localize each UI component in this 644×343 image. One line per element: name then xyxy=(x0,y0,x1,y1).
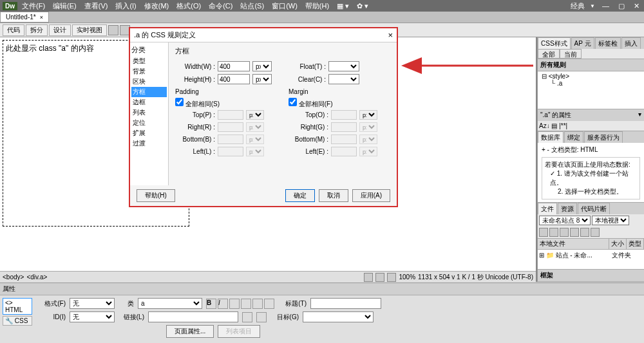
code-view-button[interactable]: 代码 xyxy=(3,24,24,36)
sync-icon[interactable] xyxy=(580,228,589,237)
clear-select[interactable] xyxy=(328,74,359,84)
tree-root[interactable]: ⊟ <style> xyxy=(542,73,640,80)
cat-positioning[interactable]: 定位 xyxy=(131,118,167,128)
split-view-button[interactable]: 拆分 xyxy=(26,24,48,36)
ul-icon[interactable] xyxy=(229,299,240,309)
zoom-icon[interactable] xyxy=(387,273,396,282)
menu-file[interactable]: 文件(F) xyxy=(19,1,48,11)
menu-view[interactable]: 查看(V) xyxy=(81,1,111,11)
indent-icon[interactable] xyxy=(264,299,274,309)
refresh-icon[interactable] xyxy=(549,228,558,237)
cancel-button[interactable]: 取消 xyxy=(319,189,348,202)
menu-window[interactable]: 窗口(W) xyxy=(269,1,301,11)
connect-icon[interactable] xyxy=(539,228,548,237)
format-select[interactable]: 无 xyxy=(70,298,115,309)
tab-snippets[interactable]: 代码片断 xyxy=(578,203,610,214)
get-icon[interactable] xyxy=(560,228,569,237)
dialog-close-button[interactable]: × xyxy=(388,30,393,40)
margin-top-input[interactable] xyxy=(331,110,357,120)
cat-box[interactable]: 方框 xyxy=(131,87,167,97)
width-unit[interactable]: px xyxy=(252,61,272,71)
cat-extensions[interactable]: 扩展 xyxy=(131,128,167,138)
design-view-button[interactable]: 设计 xyxy=(49,24,71,36)
menu-edit[interactable]: 编辑(E) xyxy=(50,1,80,11)
padding-same-all-checkbox[interactable] xyxy=(175,98,184,106)
apply-button[interactable]: 应用(A) xyxy=(352,189,390,202)
browse-folder-icon[interactable] xyxy=(256,312,267,322)
menu-site[interactable]: 站点(S) xyxy=(237,1,267,11)
tab-database[interactable]: 数据库 xyxy=(538,131,564,143)
height-input[interactable] xyxy=(218,74,250,84)
close-tab-icon[interactable]: × xyxy=(40,14,43,21)
props-css-mode[interactable]: 🔧 CSS xyxy=(3,316,32,326)
italic-icon[interactable]: I xyxy=(218,299,228,309)
menu-insert[interactable]: 插入(I) xyxy=(112,1,139,11)
tab-files[interactable]: 文件 xyxy=(538,203,557,214)
cat-border[interactable]: 边框 xyxy=(131,97,167,107)
frame-panel-header[interactable]: 框架 xyxy=(538,270,644,282)
props-html-mode[interactable]: <> HTML xyxy=(3,298,32,315)
subtab-current[interactable]: 当前 xyxy=(560,49,582,59)
ol-icon[interactable] xyxy=(241,299,251,309)
menu-format[interactable]: 格式(O) xyxy=(173,1,204,11)
padding-top-unit[interactable]: px xyxy=(246,110,264,120)
files-tree[interactable]: ⊞ 📁 站点 - 未命... 文件夹 xyxy=(538,250,644,269)
outdent-icon[interactable] xyxy=(252,299,263,309)
title-input[interactable] xyxy=(310,298,381,309)
subtab-all[interactable]: 全部 xyxy=(538,49,560,59)
margin-top-unit[interactable]: px xyxy=(359,110,377,120)
close-button[interactable]: ✕ xyxy=(632,2,641,10)
breadcrumb-body[interactable]: <body> xyxy=(3,273,24,281)
menu-command[interactable]: 命令(C) xyxy=(205,1,236,11)
breadcrumb-div[interactable]: <div.a> xyxy=(26,273,47,281)
document-tab[interactable]: Untitled-1* × xyxy=(0,12,49,23)
put-icon[interactable] xyxy=(570,228,579,237)
col-type[interactable]: 类型 xyxy=(627,239,644,249)
cat-list[interactable]: 列表 xyxy=(131,107,167,118)
tab-tag-inspector[interactable]: 标签检 xyxy=(595,37,621,49)
workspace-switcher[interactable]: 经典 xyxy=(571,1,585,11)
view-dropdown[interactable]: 本地视图 xyxy=(592,216,629,225)
margin-same-all-checkbox[interactable] xyxy=(289,98,297,106)
tab-css-styles[interactable]: CSS样式 xyxy=(538,37,571,49)
attr-toolbar[interactable]: Az↓ ▤ |**| xyxy=(538,121,644,131)
padding-top-input[interactable] xyxy=(218,110,243,120)
expand-icon[interactable] xyxy=(591,228,600,237)
class-select[interactable]: a xyxy=(138,298,202,309)
float-select[interactable] xyxy=(328,61,359,71)
id-select[interactable]: 无 xyxy=(70,311,115,322)
tab-insert[interactable]: 插入 xyxy=(621,37,641,49)
pointer-icon[interactable] xyxy=(364,273,373,282)
tab-assets[interactable]: 资源 xyxy=(558,203,577,214)
menu-modify[interactable]: 修改(M) xyxy=(141,1,173,11)
menu-help[interactable]: 帮助(H) xyxy=(302,1,332,11)
width-input[interactable] xyxy=(218,61,250,71)
tab-server-behaviors[interactable]: 服务器行为 xyxy=(584,131,623,143)
maximize-button[interactable]: ▢ xyxy=(616,2,627,10)
col-local-files[interactable]: 本地文件 xyxy=(538,239,609,249)
live-view-button[interactable]: 实时视图 xyxy=(72,24,107,36)
layout-icon[interactable]: ▦ ▾ xyxy=(334,2,352,10)
minimize-button[interactable]: — xyxy=(600,2,611,10)
hand-icon[interactable] xyxy=(375,273,384,282)
tree-rule-a[interactable]: └ .a xyxy=(542,80,640,87)
ok-button[interactable]: 确定 xyxy=(285,189,315,202)
col-size[interactable]: 大小 xyxy=(609,239,627,249)
height-unit[interactable]: px xyxy=(252,74,272,84)
tab-bindings[interactable]: 绑定 xyxy=(564,131,583,143)
bold-icon[interactable]: B xyxy=(206,299,216,309)
help-button[interactable]: 帮助(H) xyxy=(137,189,175,202)
tab-ap-elements[interactable]: AP 元 xyxy=(571,37,594,49)
page-properties-button[interactable]: 页面属性... xyxy=(166,325,214,338)
css-rules-tree[interactable]: ⊟ <style> └ .a xyxy=(538,71,644,109)
link-input[interactable] xyxy=(148,311,238,322)
cat-block[interactable]: 区块 xyxy=(131,77,167,87)
point-to-file-icon[interactable] xyxy=(242,312,252,322)
zoom-value[interactable]: 100% xyxy=(399,273,415,281)
cat-type[interactable]: 类型 xyxy=(131,56,167,66)
inspect-icon[interactable] xyxy=(108,25,118,35)
cat-transition[interactable]: 过渡 xyxy=(131,138,167,149)
target-select[interactable] xyxy=(303,311,374,322)
site-dropdown[interactable]: 未命名站点 8 xyxy=(539,216,591,225)
cat-background[interactable]: 背景 xyxy=(131,66,167,77)
